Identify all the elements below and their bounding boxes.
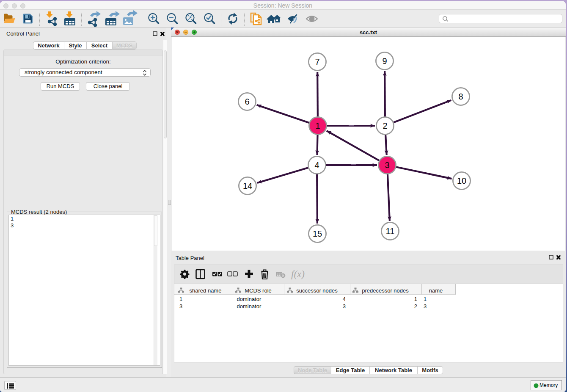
svg-text:2: 2 [383, 121, 387, 130]
svg-text:8: 8 [458, 92, 463, 101]
svg-text:4: 4 [314, 160, 319, 170]
svg-text:7: 7 [315, 57, 319, 66]
svg-text:15: 15 [313, 229, 322, 238]
svg-text:10: 10 [457, 176, 466, 185]
svg-text:6: 6 [245, 97, 249, 106]
svg-text:1: 1 [315, 121, 320, 130]
svg-text:9: 9 [382, 56, 387, 66]
svg-text:14: 14 [243, 181, 252, 190]
svg-text:3: 3 [385, 160, 389, 170]
svg-text:11: 11 [386, 226, 395, 236]
svg-text:f(x): f(x) [291, 269, 305, 279]
